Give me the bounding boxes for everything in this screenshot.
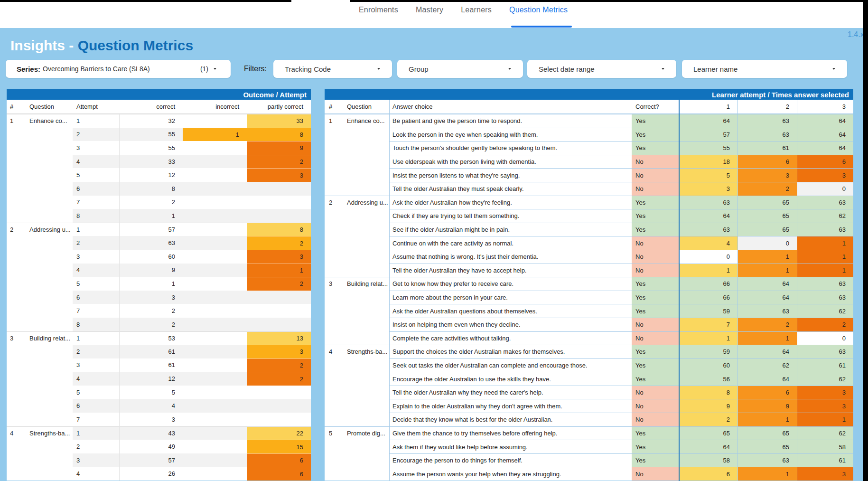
cell-times-selected-2: 1 <box>737 264 797 277</box>
cell-question <box>26 440 73 453</box>
cell-question <box>345 318 389 331</box>
cell-correct-flag: Yes <box>632 426 679 440</box>
table-row: Learn more about the person in your care… <box>325 291 853 304</box>
cell-incorrect-count <box>183 453 247 467</box>
cell-question <box>345 399 389 413</box>
cell-question-number <box>325 386 345 399</box>
cell-answer-choice: Check if they are trying to tell them so… <box>389 209 632 223</box>
cell-question: Addressing u... <box>345 196 389 209</box>
cell-question-number <box>325 358 345 372</box>
cell-question-number <box>325 155 345 169</box>
cell-incorrect-count <box>183 114 247 128</box>
cell-partly-correct-count: 33 <box>247 114 311 128</box>
cell-times-selected-1: 64 <box>679 209 737 223</box>
cell-question <box>26 413 73 426</box>
cell-question <box>26 264 73 277</box>
table-row: Explain to the older Australian why they… <box>325 399 853 413</box>
cell-answer-choice: Ask the older Australian how they're fee… <box>389 196 632 209</box>
cell-times-selected-2: 64 <box>737 345 797 358</box>
cell-incorrect-count <box>183 440 247 453</box>
cell-question-number <box>7 264 26 277</box>
cell-times-selected-2: 1 <box>737 331 797 345</box>
cell-times-selected-1: 1 <box>679 331 737 345</box>
table-row: Check if they are trying to tell them so… <box>325 209 853 223</box>
cell-question: Strengths-ba... <box>345 345 389 358</box>
cell-question-number <box>7 182 26 196</box>
cell-incorrect-count <box>183 277 247 291</box>
cell-attempt: 8 <box>73 209 119 223</box>
table-row: Assume that nothing is wrong. It's just … <box>325 250 853 264</box>
cell-question-number <box>7 141 26 155</box>
learner-attempt-table-title: Learner attempt / Times answer selected <box>325 89 853 100</box>
cell-attempt: 7 <box>73 413 119 426</box>
cell-correct-flag: Yes <box>632 358 679 372</box>
table-row: 2632 <box>7 236 311 250</box>
tab-mastery[interactable]: Mastery <box>416 6 443 14</box>
group-dropdown[interactable]: Group <box>397 60 523 78</box>
cell-question <box>26 236 73 250</box>
cell-attempt: 3 <box>73 250 119 264</box>
cell-question-number <box>7 291 26 304</box>
cell-question-number <box>7 168 26 182</box>
cell-incorrect-count <box>183 345 247 358</box>
cell-partly-correct-count <box>247 304 311 318</box>
cell-times-selected-2: 64 <box>737 372 797 386</box>
cell-attempt: 6 <box>73 399 119 413</box>
table-row: Insist on helping them even when they de… <box>325 318 853 331</box>
cell-answer-choice: Support the choices the older Australian… <box>389 345 632 358</box>
grid-line <box>797 100 797 481</box>
cell-times-selected-3: 1 <box>797 250 853 264</box>
cell-times-selected-3: 6 <box>797 155 853 169</box>
table-row: Touch the person's shoulder gently befor… <box>325 141 853 155</box>
cell-correct-count: 32 <box>119 114 183 128</box>
table-row: 3559 <box>7 141 311 155</box>
cell-partly-correct-count: 3 <box>247 345 311 358</box>
cell-times-selected-2: 65 <box>737 426 797 440</box>
learner-attempt-table: Learner attempt / Times answer selected … <box>325 89 853 481</box>
cell-question <box>345 209 389 223</box>
cell-question-number <box>325 209 345 223</box>
cell-times-selected-1: 7 <box>679 318 737 331</box>
tab-question-metrics[interactable]: Question Metrics <box>509 6 568 14</box>
cell-attempt: 4 <box>73 372 119 386</box>
cell-times-selected-3: 0 <box>797 331 853 345</box>
cell-incorrect-count <box>183 223 247 236</box>
tracking-code-dropdown[interactable]: Tracking Code <box>273 60 392 78</box>
cell-attempt: 6 <box>73 182 119 196</box>
cell-partly-correct-count: 8 <box>247 223 311 236</box>
cell-times-selected-1: 65 <box>679 426 737 440</box>
cell-correct-flag: Yes <box>632 114 679 128</box>
cell-partly-correct-count <box>247 209 311 223</box>
cell-correct-flag: Yes <box>632 141 679 155</box>
cell-attempt: 1 <box>73 223 119 236</box>
cell-correct-count: 61 <box>119 358 183 372</box>
cell-partly-correct-count <box>247 399 311 413</box>
grid-line <box>737 100 738 481</box>
table-row: 55 <box>7 386 311 399</box>
cell-question-number: 4 <box>325 345 345 358</box>
cell-question-number <box>325 467 345 481</box>
cell-correct-flag: Yes <box>632 291 679 304</box>
series-dropdown[interactable]: Series: Overcoming Barriers to Care (SL8… <box>6 60 231 78</box>
learner-name-dropdown[interactable]: Learner name <box>682 60 847 78</box>
table-row: 5Promote dig...Give them the chance to t… <box>325 426 853 440</box>
cell-question-number <box>7 413 26 426</box>
date-range-dropdown[interactable]: Select date range <box>527 60 676 78</box>
table-row: 2613 <box>7 345 311 358</box>
cell-correct-count: 57 <box>119 453 183 467</box>
cell-partly-correct-count <box>247 413 311 426</box>
tab-enrolments[interactable]: Enrolments <box>359 6 398 14</box>
tab-learners[interactable]: Learners <box>461 6 492 14</box>
cell-correct-count: 43 <box>119 426 183 440</box>
col-header-number: # <box>325 100 345 113</box>
cell-question <box>345 155 389 169</box>
outcome-attempt-table-body: 1Enhance co...13233255183559433251236872… <box>7 114 311 481</box>
cell-times-selected-1: 59 <box>679 304 737 318</box>
cell-times-selected-2: 6 <box>737 155 797 169</box>
cell-answer-choice: Tell the older Australian they must spea… <box>389 182 632 196</box>
cell-question <box>345 141 389 155</box>
cell-times-selected-2: 2 <box>737 318 797 331</box>
cell-times-selected-3: 1 <box>797 413 853 426</box>
learner-name-label: Learner name <box>693 65 737 73</box>
table-row: 25518 <box>7 128 311 141</box>
